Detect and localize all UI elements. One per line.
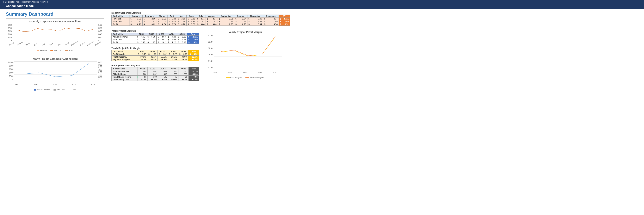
plot-area [14, 61, 97, 83]
y-axis-right: $3.50$3.00$2.50$2.00$1.50$1.00$0.50$- [97, 61, 102, 83]
legend: Revenue Total Cost Profit [8, 50, 102, 52]
chart-title: Yearly Project Profit Margin [208, 31, 282, 34]
x-axis: JanuaryFebruaryMarchAprilMayJuneJulyAugu… [8, 45, 102, 46]
x-axis: AC01AC02AC03AC04AC05 [208, 71, 282, 73]
chart-title: Monthly Corporate Earnings (CAD million) [8, 20, 102, 23]
legend: Annual Revenue Total Cost Profit [8, 89, 102, 91]
y-axis-left: $2.50$2.00$1.50$1.00$0.50$- [8, 24, 13, 44]
table-yearly-project: CAD millionAC01AC02AC03AC04AC05TotalAnnu… [112, 33, 199, 44]
table-profit-margin: CAD millionAC01AC02AC03AC04AC05TotalProf… [112, 50, 199, 61]
chart-title: Yearly Project Earnings (CAD million) [8, 57, 102, 60]
chart-profit-margin: Yearly Project Profit Margin 40.0%36.0%3… [206, 29, 284, 80]
section-title-productivity: Employee Productivity Rate [112, 64, 199, 67]
legend: Profit Margin% Adjusted Margin% [208, 77, 282, 79]
table-productivity: In thousandsAC01AC02AC03AC04AC05TotalTot… [112, 67, 199, 81]
chart-yearly-project-earnings: Yearly Project Earnings (CAD million) $1… [6, 56, 104, 92]
copyright-bar: © Corporate Finance Institute®. All righ… [0, 0, 644, 4]
page-title: Summary Dashboard [6, 11, 104, 17]
plot-area [214, 35, 282, 71]
model-name: Consolidation Model [0, 4, 644, 9]
y-axis-left: 40.0%36.0%32.0%28.0%24.0%20.0% [208, 35, 214, 71]
chart-monthly-earnings: Monthly Corporate Earnings (CAD million)… [6, 19, 104, 53]
section-title-margin: Yearly Project Profit Margin [112, 47, 199, 50]
table-monthly-earnings: CAD millionJanuaryFebruaryMarchAprilMayJ… [112, 15, 290, 26]
y-axis-left: $10.00$8.00$6.00$4.00$2.00$- [8, 61, 14, 83]
x-axis: AC01AC02AC03AC04AC05 [8, 84, 102, 85]
section-title-yearly: Yearly Project Earnings [112, 30, 199, 32]
plot-area [13, 24, 97, 44]
section-title-monthly: Monthly Corporate Earnings [112, 12, 290, 14]
